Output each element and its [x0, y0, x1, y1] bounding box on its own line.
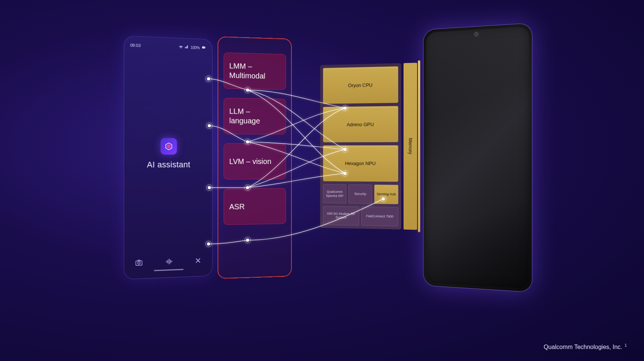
- chip-memory-label: Memory: [408, 138, 413, 155]
- model-lvm: LVM – vision: [224, 143, 286, 180]
- footer-attribution: Qualcomm Technologies, Inc. 1: [543, 343, 627, 350]
- svg-rect-10: [171, 261, 172, 262]
- svg-point-5: [138, 262, 140, 264]
- svg-rect-7: [167, 260, 168, 263]
- svg-marker-3: [167, 144, 171, 148]
- footer-note: 1: [624, 343, 627, 347]
- signal-icon: [185, 45, 189, 50]
- chip-memory-block: Memory: [404, 63, 417, 230]
- phone-ui-layer: 08:03 100% AI assistant: [124, 36, 212, 280]
- subsystem-spectra-isp: Qualcomm Spectra ISP: [323, 184, 346, 203]
- model-llm: LLM – language: [224, 98, 286, 135]
- close-icon: [194, 256, 202, 265]
- svg-rect-9: [170, 260, 171, 263]
- svg-rect-6: [166, 261, 167, 262]
- processor-hexagon-npu: Hexagon NPU: [323, 145, 398, 182]
- camera-icon: [135, 258, 143, 267]
- battery-label: 100%: [191, 45, 200, 50]
- svg-rect-1: [205, 47, 206, 48]
- subsystem-modem: X80 5G Modem-RF System: [323, 206, 359, 226]
- model-lmm: LMM – Multimodal: [224, 53, 286, 90]
- phone-clock: 08:03: [130, 43, 141, 48]
- ai-assistant-label: AI assistant: [147, 159, 191, 169]
- phone-home-indicator: [154, 269, 183, 271]
- subsystem-security: Security: [348, 184, 372, 204]
- chip-subsystem-row-2: X80 5G Modem-RF System FastConnect 7900: [323, 206, 398, 226]
- models-layer: LMM – Multimodal LLM – language LVM – vi…: [218, 36, 292, 279]
- processor-adreno-gpu: Adreno GPU: [323, 106, 398, 143]
- chip-gold-edge: [418, 60, 420, 232]
- voice-waveform-icon: [165, 257, 173, 266]
- svg-rect-0: [202, 47, 205, 48]
- svg-rect-8: [169, 259, 170, 265]
- phone-device-body: [423, 23, 532, 293]
- footer-text: Qualcomm Technologies, Inc.: [543, 344, 622, 350]
- phone-bottom-bar: [130, 256, 206, 269]
- chip-main-block: Oryon CPU Adreno GPU Hexagon NPU Qualcom…: [320, 63, 401, 229]
- chip-layer: Oryon CPU Adreno GPU Hexagon NPU Qualcom…: [320, 63, 428, 242]
- subsystem-sensing-hub: Sensing Hub: [374, 185, 398, 204]
- wifi-icon: [179, 44, 183, 50]
- model-asr: ASR: [224, 188, 286, 225]
- ai-assistant-hexagon-icon: [161, 138, 177, 154]
- chip-subsystem-row-1: Qualcomm Spectra ISP Security Sensing Hu…: [323, 184, 398, 204]
- battery-icon: [201, 45, 206, 50]
- processor-oryon-cpu: Oryon CPU: [323, 66, 398, 104]
- subsystem-fastconnect: FastConnect 7900: [361, 207, 398, 227]
